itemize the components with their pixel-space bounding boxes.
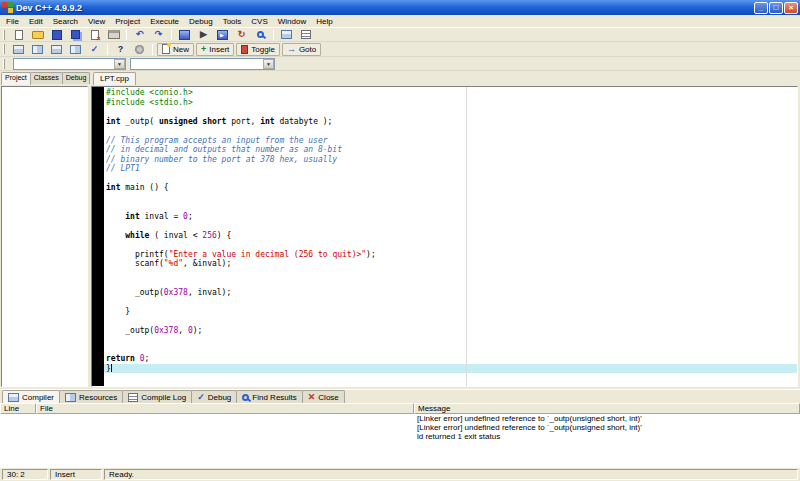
- remove-from-project-button[interactable]: [29, 43, 46, 56]
- code-line[interactable]: return 0;: [104, 354, 797, 364]
- menu-debug[interactable]: Debug: [184, 16, 218, 27]
- code-line[interactable]: }: [104, 364, 797, 374]
- code-line[interactable]: }: [104, 307, 797, 317]
- print-button[interactable]: [105, 28, 122, 41]
- code-line[interactable]: [104, 297, 797, 307]
- tab-compiler[interactable]: Compiler: [2, 390, 60, 403]
- tab-compile-log[interactable]: Compile Log: [122, 390, 192, 403]
- results-list: [Linker error] undefined reference to `_…: [0, 414, 800, 468]
- code-line[interactable]: _outp(0x378, inval);: [104, 288, 797, 298]
- menu-cvs[interactable]: CVS: [246, 16, 272, 27]
- maximize-button[interactable]: □: [769, 2, 783, 14]
- code-line[interactable]: while ( inval < 256) {: [104, 231, 797, 241]
- add-to-project-button[interactable]: [10, 43, 27, 56]
- code-line[interactable]: [104, 335, 797, 345]
- code-line[interactable]: // binary number to the port at 378 hex,…: [104, 155, 797, 165]
- code-line[interactable]: [104, 174, 797, 184]
- profiling-log-button[interactable]: [297, 28, 314, 41]
- rebuild-all-button[interactable]: ↻: [233, 28, 250, 41]
- tab-lpt-cpp[interactable]: LPT.cpp: [93, 72, 136, 85]
- code-line[interactable]: int inval = 0;: [104, 212, 797, 222]
- debug-button[interactable]: [252, 28, 269, 41]
- tab-find-results[interactable]: Find Results: [236, 390, 302, 403]
- project-options-button[interactable]: [48, 43, 65, 56]
- toolbar-grip[interactable]: [3, 44, 5, 54]
- tab-debug[interactable]: Debug: [62, 72, 91, 84]
- goto-button[interactable]: →Goto: [282, 43, 321, 56]
- compile-button[interactable]: [176, 28, 193, 41]
- code-line[interactable]: [104, 221, 797, 231]
- project-browser-panel[interactable]: [1, 86, 88, 387]
- project-options-icon: [51, 45, 62, 54]
- compiler-combo[interactable]: ▼: [13, 58, 126, 70]
- code-line[interactable]: [104, 202, 797, 212]
- code-line[interactable]: _outp(0x378, 0);: [104, 326, 797, 336]
- compile-and-run-button[interactable]: [214, 28, 231, 41]
- editor[interactable]: #include <conio.h>#include <stdio.h>int …: [91, 86, 798, 387]
- tab-close[interactable]: ✕Close: [302, 390, 345, 403]
- save-button[interactable]: [48, 28, 65, 41]
- code-line[interactable]: [104, 316, 797, 326]
- menu-search[interactable]: Search: [48, 16, 83, 27]
- menu-tools[interactable]: Tools: [218, 16, 247, 27]
- environment-options-button[interactable]: [131, 43, 148, 56]
- syntax-check-button[interactable]: ✓: [86, 43, 103, 56]
- code-line[interactable]: [104, 269, 797, 279]
- tab-classes[interactable]: Classes: [30, 72, 63, 84]
- code-line[interactable]: [104, 126, 797, 136]
- close-file-button[interactable]: [86, 28, 103, 41]
- menu-help[interactable]: Help: [311, 16, 337, 27]
- profile-button[interactable]: [278, 28, 295, 41]
- tab-project[interactable]: Project: [1, 72, 31, 85]
- run-button[interactable]: ▶: [195, 28, 212, 41]
- code-line[interactable]: scanf("%d", &inval);: [104, 259, 797, 269]
- code-line[interactable]: // LPT1: [104, 164, 797, 174]
- code-token: scanf(: [106, 259, 164, 268]
- toolbar-grip[interactable]: [3, 59, 5, 69]
- menu-window[interactable]: Window: [273, 16, 311, 27]
- class-browser-combo[interactable]: ▼: [130, 58, 275, 70]
- code-line[interactable]: // in decimal and outputs that number as…: [104, 145, 797, 155]
- table-row[interactable]: [Linker error] undefined reference to `_…: [0, 414, 800, 423]
- insert-button[interactable]: +Insert: [196, 43, 234, 56]
- menu-view[interactable]: View: [83, 16, 110, 27]
- open-project-button[interactable]: [29, 28, 46, 41]
- table-row[interactable]: [Linker error] undefined reference to `_…: [0, 423, 800, 432]
- code-line[interactable]: [104, 240, 797, 250]
- code-line[interactable]: [104, 278, 797, 288]
- close-button[interactable]: ×: [784, 2, 798, 14]
- code-line[interactable]: printf("Enter a value in decimal (256 to…: [104, 250, 797, 260]
- toggle-button[interactable]: Toggle: [236, 43, 280, 56]
- window-layout-button[interactable]: [67, 43, 84, 56]
- toolbar-grip[interactable]: [3, 30, 5, 40]
- minimize-button[interactable]: _: [754, 2, 768, 14]
- tab-resources[interactable]: Resources: [59, 390, 123, 403]
- code-line[interactable]: [104, 107, 797, 117]
- chevron-down-icon[interactable]: ▼: [114, 59, 125, 69]
- menu-edit[interactable]: Edit: [24, 16, 48, 27]
- column-header-message[interactable]: Message: [414, 403, 800, 414]
- code-line[interactable]: [104, 345, 797, 355]
- redo-button[interactable]: ↷: [150, 28, 167, 41]
- code-line[interactable]: #include <stdio.h>: [104, 98, 797, 108]
- code-line[interactable]: // This program accepts an input from th…: [104, 136, 797, 146]
- new-button[interactable]: New: [157, 43, 194, 56]
- new-source-file-button[interactable]: [10, 28, 27, 41]
- menu-file[interactable]: File: [1, 16, 24, 27]
- code-area[interactable]: #include <conio.h>#include <stdio.h>int …: [104, 88, 797, 373]
- code-line[interactable]: #include <conio.h>: [104, 88, 797, 98]
- code-line[interactable]: int main () {: [104, 183, 797, 193]
- column-header-file[interactable]: File: [36, 403, 414, 414]
- save-all-button[interactable]: [67, 28, 84, 41]
- code-line[interactable]: int _outp( unsigned short port, int data…: [104, 117, 797, 127]
- menu-execute[interactable]: Execute: [145, 16, 184, 27]
- chevron-down-icon[interactable]: ▼: [263, 59, 274, 69]
- column-header-line[interactable]: Line: [0, 403, 36, 414]
- help-button[interactable]: ?: [112, 43, 129, 56]
- code-token: port,: [226, 117, 260, 126]
- tab-debug[interactable]: ✓Debug: [191, 390, 237, 403]
- undo-button[interactable]: ↶: [131, 28, 148, 41]
- table-row[interactable]: ld returned 1 exit status: [0, 432, 800, 441]
- code-line[interactable]: [104, 193, 797, 203]
- menu-project[interactable]: Project: [110, 16, 145, 27]
